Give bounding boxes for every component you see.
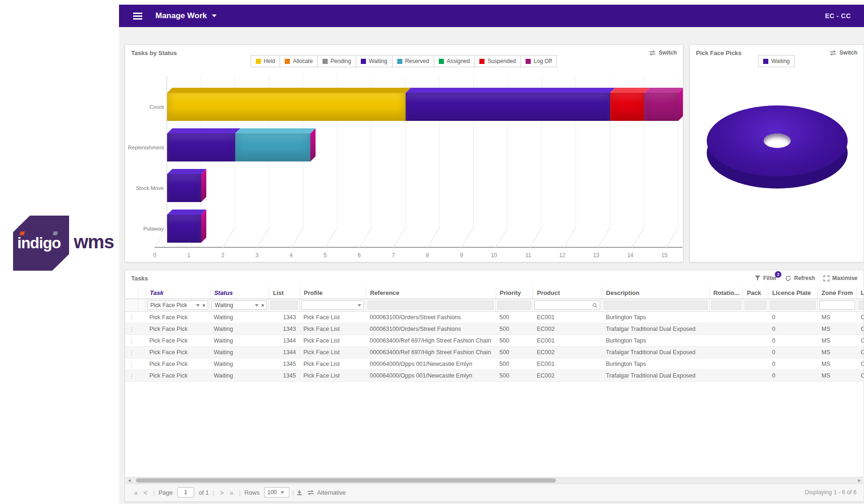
table-row[interactable]: ⋮Pick Face PickWaiting1345Pick Face List…: [125, 370, 864, 382]
legend-item-reserved[interactable]: Reserved: [392, 55, 434, 67]
first-page-button[interactable]: «: [131, 489, 140, 497]
filter-input-profile[interactable]: [301, 301, 364, 310]
rows-per-page-select[interactable]: 100: [264, 487, 289, 497]
chevron-down-icon[interactable]: [358, 304, 361, 307]
column-header-reference[interactable]: Reference: [366, 287, 496, 299]
legend-label: Allocate: [293, 58, 313, 64]
gridline-floor-tick: [393, 228, 406, 248]
cell-pack: [743, 370, 768, 381]
table-row[interactable]: ⋮Pick Face PickWaiting1344Pick Face List…: [125, 347, 864, 358]
tasks-panel: Tasks Filter 2 Refresh Maximise TaskStat…: [125, 270, 864, 502]
column-header-label: L: [861, 289, 864, 296]
legend-item-waiting[interactable]: Waiting: [356, 55, 393, 67]
column-header-description[interactable]: Description: [602, 287, 709, 299]
download-button[interactable]: [296, 490, 302, 496]
grid-filter-row: Pick Face Pick×Waiting×: [125, 299, 864, 312]
cell-status: Waiting: [210, 312, 269, 323]
gridline-floor-tick: [563, 228, 576, 248]
gridline-floor-tick: [461, 228, 474, 248]
column-header-last[interactable]: L: [857, 287, 864, 299]
column-header-rotation[interactable]: Rotatio...: [709, 287, 743, 299]
row-menu-icon[interactable]: ⋮: [125, 312, 138, 323]
menu-icon[interactable]: [133, 11, 142, 21]
legend-swatch-icon: [285, 59, 290, 64]
clear-filter-icon[interactable]: ×: [203, 303, 205, 308]
scroll-left-icon[interactable]: ◀: [126, 477, 133, 483]
bar-segment-waiting: [167, 133, 235, 161]
table-row[interactable]: ⋮Pick Face PickWaiting1343Pick Face List…: [125, 323, 864, 335]
cell-description: Trafalgar Traditional Dual Exposed: [602, 347, 709, 358]
column-header-list[interactable]: List: [269, 287, 300, 299]
legend-item-pending[interactable]: Pending: [317, 55, 356, 67]
column-header-status[interactable]: Status: [211, 287, 269, 299]
legend-item-log-off[interactable]: Log Off: [520, 55, 557, 67]
legend-item-waiting[interactable]: Waiting: [758, 55, 795, 67]
column-header-zone_from[interactable]: Zone From: [818, 287, 857, 299]
maximise-button[interactable]: Maximise: [823, 275, 857, 281]
column-header-task[interactable]: Task: [146, 287, 211, 299]
bar-chart-plot: 0123456789101112131415CountReplenishment…: [167, 77, 683, 248]
column-header-licence_plate[interactable]: Licence Plate: [768, 287, 818, 299]
legend-item-allocate[interactable]: Allocate: [280, 55, 318, 67]
legend-item-held[interactable]: Held: [251, 55, 281, 67]
last-page-button[interactable]: »: [227, 489, 236, 497]
filter-input-status[interactable]: Waiting×: [211, 301, 267, 310]
alternative-view-button[interactable]: Alternative: [307, 489, 345, 496]
refresh-button[interactable]: Refresh: [785, 275, 815, 281]
row-menu-icon[interactable]: ⋮: [125, 335, 138, 346]
bar-top-face: [167, 169, 206, 174]
cell-rotation: [709, 347, 743, 358]
page-number-input[interactable]: [177, 487, 194, 497]
maximise-label: Maximise: [832, 275, 857, 281]
table-row[interactable]: ⋮Pick Face PickWaiting1345Pick Face List…: [125, 358, 864, 370]
row-menu-icon[interactable]: ⋮: [125, 347, 138, 358]
cell-licence_plate: 0: [768, 323, 818, 335]
horizontal-scrollbar[interactable]: ◀ ▶: [126, 477, 863, 483]
prev-page-button[interactable]: <: [140, 489, 150, 497]
bar-segment-waiting: [406, 93, 610, 121]
filter-input-zone_from[interactable]: [819, 301, 855, 310]
donut-hole: [764, 133, 791, 148]
cell-product: EC002: [533, 347, 602, 358]
filter-input-product[interactable]: [534, 301, 600, 310]
page-title: Manage Work: [155, 11, 207, 21]
filter-cell-profile: [300, 299, 366, 311]
filter-button[interactable]: Filter 2: [755, 275, 777, 281]
next-page-button[interactable]: >: [217, 489, 227, 497]
x-tick-label: 3: [246, 252, 259, 259]
page-title-dropdown[interactable]: Manage Work: [155, 11, 217, 21]
cell-priority: 500: [496, 335, 533, 346]
column-header-product[interactable]: Product: [533, 287, 602, 299]
bar-segment-waiting: [167, 174, 201, 202]
chevron-down-icon[interactable]: [255, 304, 259, 307]
gridline-floor-tick: [223, 228, 235, 248]
scroll-right-icon[interactable]: ▶: [856, 477, 863, 483]
legend-label: Waiting: [369, 58, 387, 64]
legend-item-assigned[interactable]: Assigned: [434, 55, 475, 67]
maximise-icon: [823, 275, 829, 281]
table-row[interactable]: ⋮Pick Face PickWaiting1343Pick Face List…: [125, 312, 864, 323]
table-row[interactable]: ⋮Pick Face PickWaiting1344Pick Face List…: [125, 335, 864, 347]
column-header-profile[interactable]: Profile: [300, 287, 366, 299]
filter-count-badge: 2: [775, 271, 781, 278]
column-header-label: Licence Plate: [772, 289, 811, 296]
bar-front-face: [167, 133, 310, 161]
row-menu-icon[interactable]: ⋮: [125, 358, 138, 370]
chevron-down-icon[interactable]: [196, 304, 200, 307]
clear-filter-icon[interactable]: ×: [261, 303, 264, 308]
cell-zone_from: MS: [818, 323, 857, 335]
gridline-floor-tick: [632, 228, 644, 248]
column-header-priority[interactable]: Priority: [496, 287, 534, 299]
scrollbar-thumb[interactable]: [136, 478, 556, 483]
bar-top-segment-log-off: [644, 88, 683, 93]
filter-disabled-reference: [367, 301, 494, 310]
y-category-label: Replenishment: [126, 145, 164, 150]
row-menu-icon[interactable]: ⋮: [125, 323, 138, 335]
legend-item-suspended[interactable]: Suspended: [474, 55, 521, 67]
donut-chart: [707, 105, 848, 199]
filter-input-task[interactable]: Pick Face Pick×: [147, 301, 208, 310]
column-header-pack[interactable]: Pack: [743, 287, 768, 299]
panel-title: Tasks: [131, 275, 148, 282]
tasks-by-status-panel: Tasks by Status Switch HeldAllocatePendi…: [125, 44, 683, 262]
row-menu-icon[interactable]: ⋮: [125, 370, 138, 381]
